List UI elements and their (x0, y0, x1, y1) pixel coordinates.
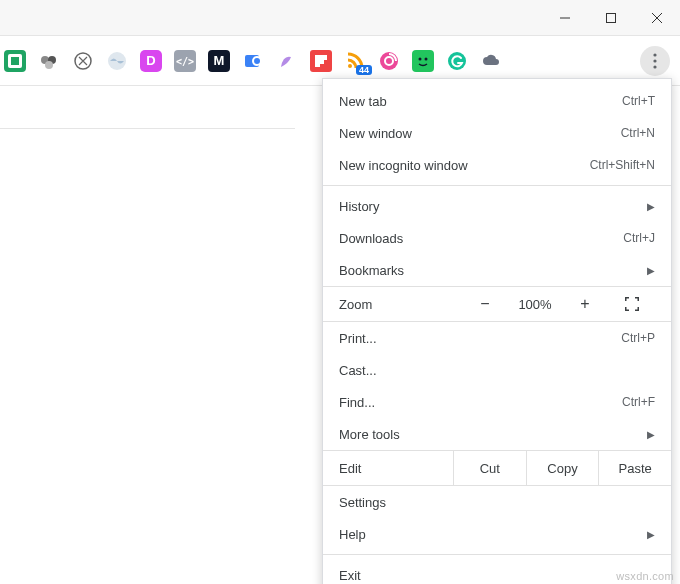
menu-item-label: Find... (339, 395, 622, 410)
menu-item-label: Cast... (339, 363, 655, 378)
svg-point-26 (653, 65, 656, 68)
menu-separator (323, 554, 671, 555)
extension-icon[interactable] (106, 50, 128, 72)
svg-point-24 (653, 53, 656, 56)
menu-item-label: New incognito window (339, 158, 590, 173)
menu-help[interactable]: Help ▶ (323, 518, 671, 550)
zoom-value: 100% (507, 297, 563, 312)
menu-bookmarks[interactable]: Bookmarks ▶ (323, 254, 671, 286)
menu-item-shortcut: Ctrl+J (623, 231, 655, 245)
edit-paste-button[interactable]: Paste (598, 451, 671, 485)
divider (0, 128, 295, 129)
svg-point-22 (425, 57, 428, 60)
submenu-arrow-icon: ▶ (647, 201, 655, 212)
menu-item-label: Exit (339, 568, 655, 583)
extension-icon[interactable] (242, 50, 264, 72)
zoom-in-button[interactable]: + (563, 295, 607, 313)
svg-rect-17 (320, 60, 324, 64)
extension-icon[interactable]: M (208, 50, 230, 72)
menu-separator (323, 185, 671, 186)
svg-point-18 (348, 64, 352, 68)
extension-icon[interactable] (378, 50, 400, 72)
menu-item-shortcut: Ctrl+T (622, 94, 655, 108)
fullscreen-icon (625, 297, 639, 311)
menu-item-label: New tab (339, 94, 622, 109)
submenu-arrow-icon: ▶ (647, 265, 655, 276)
menu-item-shortcut: Ctrl+Shift+N (590, 158, 655, 172)
menu-downloads[interactable]: Downloads Ctrl+J (323, 222, 671, 254)
extension-icon[interactable] (72, 50, 94, 72)
window-minimize-button[interactable] (542, 0, 588, 36)
menu-item-label: Settings (339, 495, 655, 510)
flipboard-icon[interactable] (310, 50, 332, 72)
zoom-out-button[interactable]: − (463, 295, 507, 313)
window-close-button[interactable] (634, 0, 680, 36)
menu-more-tools[interactable]: More tools ▶ (323, 418, 671, 450)
menu-item-label: More tools (339, 427, 647, 442)
svg-rect-15 (315, 55, 320, 67)
cloud-icon[interactable] (480, 50, 502, 72)
menu-new-tab[interactable]: New tab Ctrl+T (323, 85, 671, 117)
menu-item-shortcut: Ctrl+N (621, 126, 655, 140)
menu-find[interactable]: Find... Ctrl+F (323, 386, 671, 418)
menu-new-window[interactable]: New window Ctrl+N (323, 117, 671, 149)
more-menu-button[interactable] (640, 46, 670, 76)
menu-item-shortcut: Ctrl+P (621, 331, 655, 345)
grammarly-icon[interactable] (446, 50, 468, 72)
window-titlebar (0, 0, 680, 36)
menu-item-label: Bookmarks (339, 263, 647, 278)
edit-copy-button[interactable]: Copy (526, 451, 599, 485)
menu-cast[interactable]: Cast... (323, 354, 671, 386)
extension-icon[interactable]: </> (174, 50, 196, 72)
menu-new-incognito[interactable]: New incognito window Ctrl+Shift+N (323, 149, 671, 181)
svg-rect-16 (320, 55, 327, 60)
svg-point-14 (254, 58, 260, 64)
submenu-arrow-icon: ▶ (647, 529, 655, 540)
svg-text:</>: </> (176, 56, 194, 67)
fullscreen-button[interactable] (607, 297, 657, 311)
menu-item-shortcut: Ctrl+F (622, 395, 655, 409)
badge-count: 44 (356, 65, 372, 75)
edit-label: Edit (323, 461, 453, 476)
zoom-label: Zoom (323, 297, 463, 312)
menu-item-label: Help (339, 527, 647, 542)
menu-item-label: Print... (339, 331, 621, 346)
watermark-text: wsxdn.com (616, 570, 674, 582)
extension-icon[interactable]: D (140, 50, 162, 72)
chrome-main-menu: New tab Ctrl+T New window Ctrl+N New inc… (322, 78, 672, 584)
menu-settings[interactable]: Settings (323, 486, 671, 518)
menu-edit-row: Edit Cut Copy Paste (323, 450, 671, 486)
menu-history[interactable]: History ▶ (323, 190, 671, 222)
svg-point-8 (45, 61, 53, 69)
menu-zoom-row: Zoom − 100% + (323, 286, 671, 322)
svg-rect-5 (11, 57, 19, 65)
menu-item-label: Downloads (339, 231, 623, 246)
extension-icon[interactable] (4, 50, 26, 72)
extension-icon[interactable] (276, 50, 298, 72)
extension-icon[interactable] (38, 50, 60, 72)
submenu-arrow-icon: ▶ (647, 429, 655, 440)
svg-point-25 (653, 59, 656, 62)
menu-item-label: New window (339, 126, 621, 141)
svg-rect-1 (607, 13, 616, 22)
extension-icon[interactable] (412, 50, 434, 72)
svg-point-21 (419, 57, 422, 60)
menu-item-label: History (339, 199, 647, 214)
window-maximize-button[interactable] (588, 0, 634, 36)
rss-icon[interactable]: 44 (344, 50, 366, 72)
edit-cut-button[interactable]: Cut (453, 451, 526, 485)
menu-print[interactable]: Print... Ctrl+P (323, 322, 671, 354)
